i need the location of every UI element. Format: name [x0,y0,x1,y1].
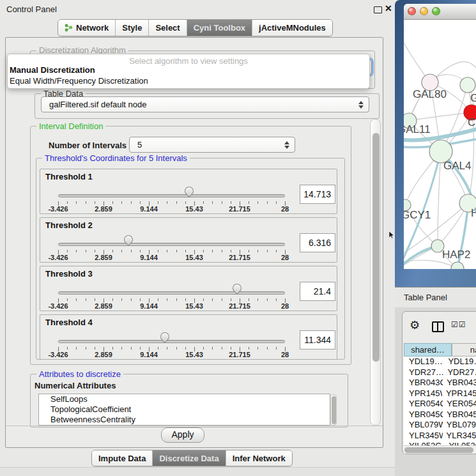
slider-scale-label: 15.43 [185,205,203,213]
list-item-selfloops[interactable]: SelfLoops [39,394,330,404]
slider-tick [121,250,122,252]
tab-select[interactable]: Select [149,20,187,36]
slider-tick [222,298,222,301]
gear-icon[interactable]: ⚙ [410,319,420,331]
slider-tick [257,347,258,349]
table-panel-bar: Table Panel [395,287,476,307]
slider-tick [131,250,132,252]
tab-label: Discretize Data [159,454,219,463]
column-header-shared[interactable]: shared… [404,343,452,357]
popup-item-manual-discretization[interactable]: Manual Discretization [10,65,95,75]
table-row[interactable]: YIL052CYIL052C [404,441,476,445]
network-window: GAL80GACGAL11GAL4GCY1HHAP2 [404,4,476,269]
slider-tick [86,250,86,252]
network-canvas[interactable]: GAL80GACGAL11GAL4GCY1HHAP2 [404,20,476,269]
checkboxes-icon[interactable]: ☑☑ [451,320,466,329]
slider-tick [167,201,167,204]
algorithm-dropdown-popup: Select algorithm to view settings Manual… [7,54,370,89]
network-node[interactable] [451,262,464,269]
popup-item-equal-width-frequency-discretization[interactable]: Equal Width/Frequency Discretization [10,76,148,86]
combo-arrows-icon [284,141,290,149]
slider-tick [257,250,258,252]
slider-tick [231,250,231,252]
threshold-value-field[interactable]: 21.4 [300,282,335,301]
bottom-tab-impute-data[interactable]: Impute Data [92,450,153,466]
apply-button[interactable]: Apply [161,427,204,443]
slider-tick [131,298,132,301]
traffic-light-zoom-icon[interactable] [432,7,440,15]
slider-tick [249,347,249,349]
cell-name: YDL19… [444,357,476,367]
split-columns-icon[interactable] [432,321,444,332]
threshold-block-4: Threshold 4-3.4262.8599.14415.4321.71528… [40,314,337,360]
slider-tick [167,250,167,252]
threshold-block-1: Threshold 1-3.4262.8599.14415.4321.71528… [40,169,337,214]
window-bottom-strip [0,467,395,476]
close-icon[interactable]: ✕ [385,3,392,13]
slider-tick [140,201,141,204]
slider-tick [112,298,113,301]
panel-scrollbar[interactable] [370,119,381,426]
list-item-topologicalcoefficient[interactable]: TopologicalCoefficient [39,404,330,415]
cell-shared-name: YBR043C [404,378,443,388]
traffic-light-close-icon[interactable] [408,7,416,15]
tab-style[interactable]: Style [116,20,149,36]
combo-arrows-icon [358,101,364,109]
numerical-attributes-list[interactable]: SelfLoopsTopologicalCoefficientBetweenne… [38,394,330,426]
threshold-value-field[interactable]: 11.344 [300,330,335,349]
number-of-intervals-label: Number of Intervals [49,141,127,150]
slider-tick [276,298,277,301]
float-window-icon[interactable] [374,6,382,13]
table-data-combobox[interactable]: galFiltered.sif default node [41,96,369,112]
table-rows[interactable]: YDL19…YDL19…YDR27…YDR27…YBR043CYBR043CYP… [404,357,476,445]
slider-tick [231,201,231,204]
table-row[interactable]: YBL079WYBL079W [404,420,476,431]
table-row[interactable]: YPR145WYPR145W [404,388,476,399]
table-row[interactable]: YBR045CYBR045C [404,410,476,420]
table-row[interactable]: YDR27…YDR27… [404,367,476,378]
cell-shared-name: YER054C [404,399,443,410]
node-label: H [471,207,476,219]
cell-name: YER054C [443,399,476,410]
slider-tick [231,347,231,349]
slider-tick [76,347,77,349]
slider-tick [203,347,204,349]
tab-cyni-toolbox[interactable]: Cyni Toolbox [187,20,252,36]
tab-label: Style [122,23,142,33]
slider-scale-label: 21.715 [229,254,250,261]
traffic-light-minimize-icon[interactable] [420,7,428,15]
number-of-intervals-combobox[interactable]: 5 [129,137,295,153]
slider-tick [76,201,77,204]
slider-tick [185,201,186,204]
slider-track[interactable] [58,243,285,246]
tab-jactivemnodules[interactable]: jActiveMNodules [252,20,332,36]
table-row[interactable]: YLR345WYLR345W [404,431,476,441]
slider-tick [158,250,158,252]
slider-track[interactable] [58,340,285,343]
slider-tick [67,201,68,204]
table-row[interactable]: YER054CYER054C [404,399,476,410]
cell-shared-name: YBR045C [404,410,443,420]
window-title: Control Panel [6,4,57,14]
bottom-tab-infer-network[interactable]: Infer Network [226,450,292,466]
panel-scrollbar-thumb[interactable] [372,133,380,362]
table-hscrollbar[interactable] [404,445,476,454]
slider-track[interactable] [58,291,285,295]
threshold-value-field[interactable]: 14.713 [300,185,335,204]
bottom-tab-discretize-data[interactable]: Discretize Data [153,450,226,466]
table-row[interactable]: YBR043CYBR043C [404,378,476,388]
slider-tick [267,347,268,349]
attributes-scrollbar[interactable] [330,394,337,426]
threshold-value-field[interactable]: 6.316 [300,233,335,252]
column-header-name[interactable]: name [452,343,476,357]
cell-shared-name: YIL052C [404,441,445,445]
table-row[interactable]: YDL19…YDL19… [404,357,476,367]
network-node[interactable] [460,77,475,93]
tab-label: Cyni Toolbox [194,23,245,33]
network-window-titlebar [404,4,476,20]
list-item-betweennesscentrality[interactable]: BetweennessCentrality [39,415,330,425]
slider-track[interactable] [58,194,285,197]
tab-network[interactable]: Network [58,20,116,36]
cell-shared-name: YPR145W [404,388,442,399]
slider-tick [131,347,132,349]
